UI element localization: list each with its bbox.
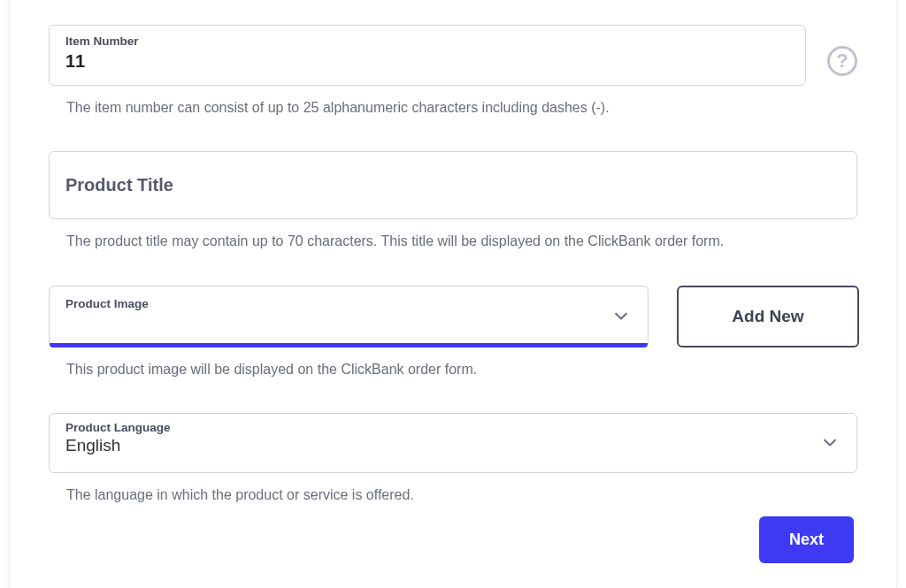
product-language-label: Product Language bbox=[65, 421, 814, 434]
product-title-input[interactable]: Product Title bbox=[49, 151, 857, 219]
form-panel: Item Number 11 The item number can consi… bbox=[9, 0, 897, 588]
product-language-row: Product Language English The language in… bbox=[49, 413, 857, 505]
product-language-value: English bbox=[65, 436, 120, 454]
product-language-select[interactable]: Product Language English bbox=[49, 413, 857, 473]
focus-underline bbox=[50, 343, 648, 347]
product-image-helper: This product image will be displayed on … bbox=[66, 360, 857, 379]
next-button[interactable]: Next bbox=[759, 516, 854, 563]
item-number-value: 11 bbox=[65, 51, 789, 74]
product-title-label: Product Title bbox=[65, 175, 841, 195]
item-number-label: Item Number bbox=[65, 34, 789, 48]
product-image-label: Product Image bbox=[65, 297, 149, 310]
product-title-helper: The product title may contain up to 70 c… bbox=[66, 232, 857, 251]
item-number-col: Item Number 11 The item number can consi… bbox=[49, 25, 806, 118]
item-number-row: Item Number 11 The item number can consi… bbox=[49, 25, 857, 118]
chevron-down-icon bbox=[612, 308, 630, 325]
help-glyph: ? bbox=[836, 50, 848, 73]
add-new-button[interactable]: Add New bbox=[677, 286, 859, 347]
form-content: Item Number 11 The item number can consi… bbox=[10, 0, 896, 506]
chevron-down-icon bbox=[821, 434, 839, 452]
item-number-input[interactable]: Item Number 11 bbox=[49, 25, 806, 86]
item-number-helper: The item number can consist of up to 25 … bbox=[66, 98, 806, 118]
product-title-row: Product Title The product title may cont… bbox=[49, 151, 857, 251]
help-icon[interactable]: ? bbox=[827, 46, 857, 76]
product-language-helper: The language in which the product or ser… bbox=[66, 485, 857, 505]
help-col: ? bbox=[827, 25, 857, 76]
product-image-col: Product Image bbox=[49, 286, 649, 347]
footer: Next bbox=[759, 516, 854, 563]
add-new-label: Add New bbox=[732, 307, 803, 326]
next-label: Next bbox=[789, 531, 824, 548]
product-image-row: Product Image Add New bbox=[49, 286, 857, 347]
product-image-select[interactable]: Product Image bbox=[49, 286, 649, 347]
